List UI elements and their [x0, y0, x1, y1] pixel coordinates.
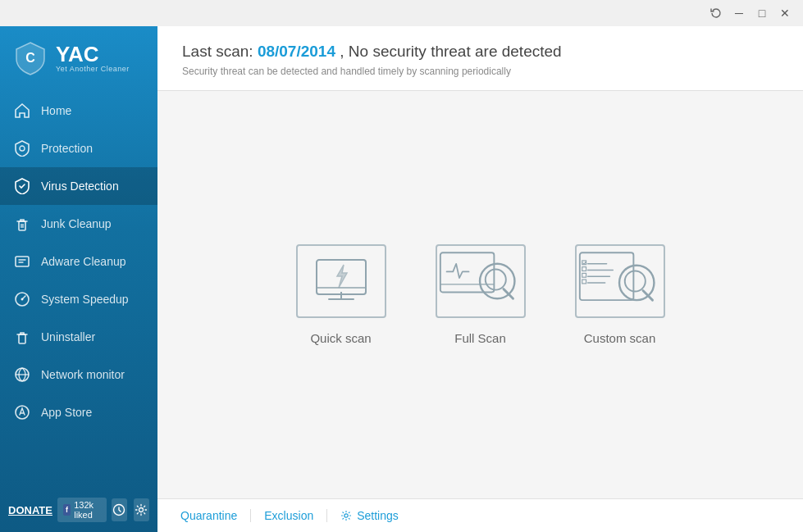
sidebar-item-label: Protection — [41, 142, 93, 155]
custom-scan-label: Custom scan — [584, 331, 656, 345]
svg-point-7 — [21, 298, 24, 301]
settings-button[interactable] — [134, 498, 149, 521]
svg-rect-5 — [16, 257, 29, 266]
logo-area: C YAC Yet Another Cleaner — [0, 26, 157, 89]
quarantine-link[interactable]: Quarantine — [177, 509, 251, 522]
custom-scan-option[interactable]: Custom scan — [575, 244, 665, 345]
full-scan-icon-box — [436, 244, 526, 318]
svg-text:C: C — [25, 51, 35, 65]
uninstaller-icon — [13, 328, 31, 346]
close-button[interactable]: ✕ — [773, 2, 796, 25]
network-monitor-icon — [13, 366, 31, 384]
full-scan-label: Full Scan — [454, 331, 506, 345]
sidebar-item-system-speedup[interactable]: System Speedup — [0, 280, 157, 318]
svg-point-21 — [485, 270, 505, 290]
logo-text: YAC Yet Another Cleaner — [56, 43, 130, 73]
sidebar-item-adware-cleanup[interactable]: Adware Cleanup — [0, 243, 157, 280]
minimize-button[interactable]: ─ — [728, 2, 751, 25]
quick-scan-option[interactable]: Quick scan — [296, 244, 386, 345]
svg-rect-30 — [582, 273, 586, 277]
home-icon — [13, 102, 31, 120]
title-bar: ─ □ ✕ — [0, 0, 803, 26]
sidebar-item-label: Home — [41, 104, 71, 117]
svg-rect-31 — [582, 280, 586, 284]
quick-scan-label: Quick scan — [310, 331, 371, 345]
sidebar: C YAC Yet Another Cleaner Home — [0, 26, 157, 532]
app-body: C YAC Yet Another Cleaner Home — [0, 26, 803, 532]
protection-icon — [13, 139, 31, 157]
svg-rect-2 — [19, 221, 25, 230]
sidebar-item-uninstaller[interactable]: Uninstaller — [0, 318, 157, 356]
sidebar-nav: Home Protection — [0, 89, 157, 488]
sidebar-item-label: App Store — [41, 406, 92, 419]
svg-point-13 — [139, 508, 144, 512]
custom-scan-icon-box — [575, 244, 665, 318]
sidebar-item-protection[interactable]: Protection — [0, 130, 157, 167]
refresh-button[interactable] — [705, 2, 728, 25]
settings-link[interactable]: Settings — [327, 509, 412, 522]
svg-rect-8 — [19, 334, 25, 343]
sidebar-item-network-monitor[interactable]: Network monitor — [0, 356, 157, 393]
junk-cleanup-icon — [13, 215, 31, 233]
sidebar-item-label: System Speedup — [41, 293, 129, 306]
content-header: Last scan: 08/07/2014 , No security thre… — [157, 26, 803, 91]
fb-likes: 132k liked — [74, 500, 101, 520]
svg-rect-18 — [440, 252, 494, 292]
logo-subtitle: Yet Another Cleaner — [56, 65, 130, 73]
exclusion-link[interactable]: Exclusion — [251, 509, 327, 522]
scan-prefix: Last scan: — [182, 43, 258, 60]
sidebar-item-app-store[interactable]: App Store — [0, 393, 157, 431]
adware-cleanup-icon — [13, 252, 31, 271]
scan-subtitle: Security threat can be detected and hand… — [182, 66, 778, 77]
sidebar-item-junk-cleanup[interactable]: Junk Cleanup — [0, 205, 157, 243]
scan-date: 08/07/2014 — [258, 43, 335, 60]
settings-gear-icon — [340, 510, 352, 521]
sidebar-item-virus-detection[interactable]: Virus Detection — [0, 167, 157, 205]
sidebar-bottom: DONATE f 132k liked — [0, 488, 157, 532]
scan-status: Last scan: 08/07/2014 , No security thre… — [182, 43, 778, 61]
svg-point-1 — [20, 146, 25, 151]
sidebar-item-label: Uninstaller — [41, 330, 95, 343]
facebook-icon: f — [63, 504, 71, 516]
maximize-button[interactable]: □ — [751, 2, 773, 25]
sidebar-item-label: Network monitor — [41, 368, 125, 381]
scan-status-text: , No security threat are detected — [335, 43, 562, 60]
logo-name: YAC — [56, 43, 130, 65]
svg-point-33 — [624, 271, 645, 291]
quick-scan-icon-box — [296, 244, 386, 318]
clock-button[interactable] — [112, 498, 127, 521]
donate-link[interactable]: DONATE — [8, 504, 52, 516]
full-scan-option[interactable]: Full Scan — [436, 244, 526, 345]
virus-detection-icon — [13, 177, 31, 195]
sidebar-item-label: Junk Cleanup — [41, 217, 112, 230]
sidebar-item-label: Virus Detection — [41, 180, 119, 193]
facebook-badge[interactable]: f 132k liked — [57, 498, 107, 522]
app-store-icon — [13, 403, 31, 421]
system-speedup-icon — [13, 290, 31, 308]
content-main: Quick scan — [157, 91, 803, 498]
sidebar-item-label: Adware Cleanup — [41, 255, 126, 268]
svg-rect-29 — [582, 267, 586, 271]
content-footer: Quarantine Exclusion Settings — [157, 498, 803, 532]
content-area: Last scan: 08/07/2014 , No security thre… — [157, 26, 803, 532]
svg-point-35 — [344, 514, 348, 517]
sidebar-item-home[interactable]: Home — [0, 92, 157, 130]
